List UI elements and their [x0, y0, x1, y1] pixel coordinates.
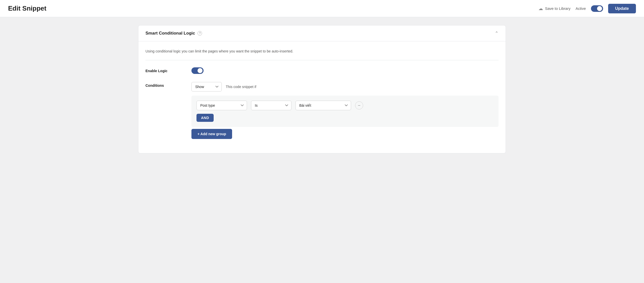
add-new-group-button[interactable]: + Add new group [191, 129, 232, 139]
card-header: Smart Conditional Logic ? ⌃ [138, 25, 506, 41]
header: Edit Snippet ☁ Save to Library Active Up… [0, 0, 644, 17]
is-select[interactable]: Is Is not [251, 101, 291, 110]
description-text: Using conditional logic you can limit th… [145, 48, 499, 60]
enable-logic-toggle[interactable] [191, 67, 204, 74]
save-to-library-button[interactable]: ☁ Save to Library [538, 6, 571, 11]
condition-group: Post type Page type User role URL Is Is … [191, 96, 499, 127]
card-body: Using conditional logic you can limit th… [138, 41, 506, 153]
enable-logic-row: Enable Logic [145, 67, 499, 75]
main-content: Smart Conditional Logic ? ⌃ Using condit… [130, 17, 514, 161]
condition-text: This code snippet if [226, 85, 256, 89]
minus-icon: − [358, 103, 361, 108]
conditions-label: Conditions [145, 82, 183, 88]
toggle-thumb [597, 6, 602, 11]
condition-row: Post type Page type User role URL Is Is … [196, 101, 493, 110]
post-type-select[interactable]: Post type Page type User role URL [196, 101, 247, 110]
remove-condition-button[interactable]: − [355, 101, 363, 109]
and-button[interactable]: AND [196, 114, 214, 122]
enable-logic-control [191, 67, 499, 75]
conditions-row: Conditions Show Hide This code snippet i… [145, 82, 499, 139]
enable-logic-label: Enable Logic [145, 67, 183, 73]
update-button[interactable]: Update [608, 4, 636, 13]
cloud-icon: ☁ [538, 6, 543, 11]
show-select[interactable]: Show Hide [191, 82, 222, 92]
conditional-logic-card: Smart Conditional Logic ? ⌃ Using condit… [138, 25, 506, 153]
conditions-control: Show Hide This code snippet if Post type… [191, 82, 499, 139]
card-header-left: Smart Conditional Logic ? [145, 31, 202, 36]
active-label: Active [576, 6, 586, 11]
help-icon[interactable]: ? [197, 31, 202, 36]
header-actions: ☁ Save to Library Active Update [538, 4, 636, 13]
card-title: Smart Conditional Logic [145, 31, 195, 36]
page-title: Edit Snippet [8, 5, 46, 12]
active-toggle[interactable] [591, 5, 603, 12]
collapse-button[interactable]: ⌃ [495, 31, 499, 36]
value-select[interactable]: Bài viết Page Attachment [295, 101, 351, 110]
conditions-top: Show Hide This code snippet if [191, 82, 499, 92]
save-to-library-label: Save to Library [545, 6, 571, 11]
